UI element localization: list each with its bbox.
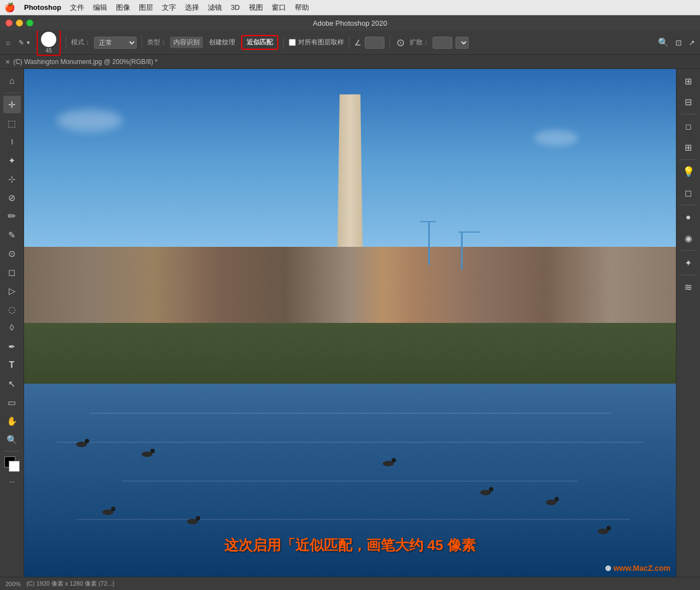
sample-all-layers-checkbox[interactable] <box>289 39 296 46</box>
panel-layers[interactable]: ≋ <box>680 279 697 296</box>
duck-1 <box>76 442 87 447</box>
share-button[interactable]: ↗ <box>687 37 697 49</box>
search-button[interactable]: 🔍 <box>656 36 670 49</box>
crane-2 <box>461 232 463 270</box>
tool-hand[interactable]: ✋ <box>3 412 21 430</box>
menu-3d[interactable]: 3D <box>231 3 240 11</box>
panel-learn[interactable]: 💡 <box>680 163 697 181</box>
duck-4 <box>480 490 491 495</box>
sample-all-layers-label: 对所有图层取样 <box>298 38 344 47</box>
right-separator-3 <box>681 205 696 205</box>
menu-window[interactable]: 窗口 <box>272 3 286 13</box>
menu-text[interactable]: 文字 <box>162 3 176 13</box>
menu-view[interactable]: 视图 <box>249 3 263 13</box>
home-button[interactable]: ⌂ <box>3 37 13 48</box>
maximize-button[interactable] <box>26 20 33 27</box>
zoom-level: 200% <box>5 581 21 587</box>
tool-more[interactable]: ··· <box>3 473 21 490</box>
crane-arm-2 <box>458 232 480 233</box>
panel-grid[interactable]: ⊞ <box>680 138 697 156</box>
crane-arm-1 <box>420 221 436 222</box>
status-info: (C) 1920 像素 x 1280 像素 (72...) <box>26 580 114 588</box>
tool-separator-2 <box>4 451 20 452</box>
background-color[interactable] <box>9 461 20 472</box>
chevron-icon: ▼ <box>26 40 31 45</box>
tool-path-select[interactable]: ↖ <box>3 375 21 392</box>
panel-color[interactable]: ● <box>680 209 697 226</box>
tool-eyedropper[interactable]: ⊘ <box>3 189 21 206</box>
tool-eraser[interactable]: ◻ <box>3 263 21 281</box>
ripple-3 <box>122 481 578 482</box>
right-separator-4 <box>681 250 696 251</box>
panel-properties[interactable]: ⊞ <box>680 72 697 90</box>
window-title: Adobe Photoshop 2020 <box>313 19 387 27</box>
statusbar: 200% (C) 1920 像素 x 1280 像素 (72...) <box>0 577 700 590</box>
tab-close-icon[interactable]: × <box>5 57 10 66</box>
menu-edit[interactable]: 编辑 <box>93 3 107 13</box>
tool-shape[interactable]: ▭ <box>3 394 21 411</box>
mode-select[interactable]: 正常 替换 正片叠底 <box>94 37 137 49</box>
watermark-text: www.MacZ.com <box>613 564 670 572</box>
right-separator-5 <box>681 275 696 275</box>
panel-adjustments[interactable]: ◻ <box>680 118 697 135</box>
brush-tool-button[interactable]: ✎ ▼ <box>16 37 33 48</box>
type-content-aware[interactable]: 内容识别 <box>170 37 203 48</box>
tool-stamp[interactable]: ⊙ <box>3 245 21 262</box>
menu-layer[interactable]: 图层 <box>139 3 153 13</box>
tool-brush[interactable]: ✎ <box>3 226 21 244</box>
create-texture-button[interactable]: 创建纹理 <box>206 36 238 49</box>
tool-type[interactable]: T <box>3 356 21 374</box>
app-name: Photoshop <box>24 3 61 11</box>
brush-size-preview[interactable]: 45 <box>37 30 61 56</box>
panel-swatches[interactable]: ◉ <box>680 229 697 247</box>
tool-separator-1 <box>4 92 20 93</box>
panel-glyphs[interactable]: ◻ <box>680 184 697 201</box>
menu-filter[interactable]: 滤镜 <box>208 3 222 13</box>
tool-pen[interactable]: ✒ <box>3 338 21 355</box>
panel-libraries[interactable]: ⊟ <box>680 93 697 111</box>
proximity-match-button[interactable]: 近似匹配 <box>241 35 278 50</box>
toolbar: ⌂ ✎ ▼ 45 模式： 正常 替换 正片叠底 类型： 内容识别 创建纹理 近似… <box>0 31 700 55</box>
tool-gradient[interactable]: ▷ <box>3 282 21 299</box>
ripple-4 <box>76 519 630 520</box>
right-panel-narrow: ⊞ ⊟ ◻ ⊞ 💡 ◻ ● ◉ ✦ ≋ <box>676 69 700 577</box>
tool-magic-wand[interactable]: ✦ <box>3 152 21 169</box>
tool-dodge[interactable]: ◊ <box>3 319 21 337</box>
traffic-lights <box>5 20 33 27</box>
close-button[interactable] <box>5 20 13 27</box>
watermark: ⊛ www.MacZ.com <box>605 564 670 572</box>
ripple-2 <box>57 442 644 443</box>
spread-label: 扩散： <box>410 38 429 47</box>
tool-marquee[interactable]: ⬚ <box>3 114 21 132</box>
target-icon-button[interactable]: ⊙ <box>395 35 406 50</box>
menu-help[interactable]: 帮助 <box>295 3 309 13</box>
tool-move[interactable]: ✛ <box>3 96 21 113</box>
menu-file[interactable]: 文件 <box>70 3 84 13</box>
spread-input[interactable]: 5 <box>433 37 452 49</box>
divider-1 <box>66 36 66 49</box>
canvas-container: 这次启用「近似匹配，画笔大约 45 像素 ⊛ www.MacZ.com <box>24 69 676 577</box>
spread-select[interactable]: ▼ <box>456 37 469 49</box>
panel-patterns[interactable]: ✦ <box>680 254 697 271</box>
tool-zoom[interactable]: 🔍 <box>3 431 21 448</box>
divider-4 <box>349 36 349 49</box>
apple-menu[interactable]: 🍎 <box>4 2 15 13</box>
tool-lasso[interactable]: ⌇ <box>3 133 21 151</box>
right-separator-1 <box>681 114 696 114</box>
tool-heal[interactable]: ✏ <box>3 207 21 225</box>
titlebar: Adobe Photoshop 2020 <box>0 15 700 31</box>
overlay-text: 这次启用「近似匹配，画笔大约 45 像素 <box>224 536 475 555</box>
duck-2 <box>142 452 153 457</box>
duck-7 <box>187 519 198 524</box>
tool-crop[interactable]: ⊹ <box>3 170 21 188</box>
minimize-button[interactable] <box>16 20 23 27</box>
fg-bg-color-selector[interactable] <box>4 456 20 472</box>
menu-select[interactable]: 选择 <box>185 3 199 13</box>
workspace-button[interactable]: ⊡ <box>674 37 684 49</box>
angle-input[interactable]: 0° <box>365 37 384 49</box>
menu-image[interactable]: 图像 <box>116 3 130 13</box>
tool-blur[interactable]: ◌ <box>3 300 21 318</box>
divider-3 <box>283 36 284 49</box>
brush-circle <box>41 32 56 47</box>
tool-home[interactable]: ⌂ <box>3 72 21 90</box>
